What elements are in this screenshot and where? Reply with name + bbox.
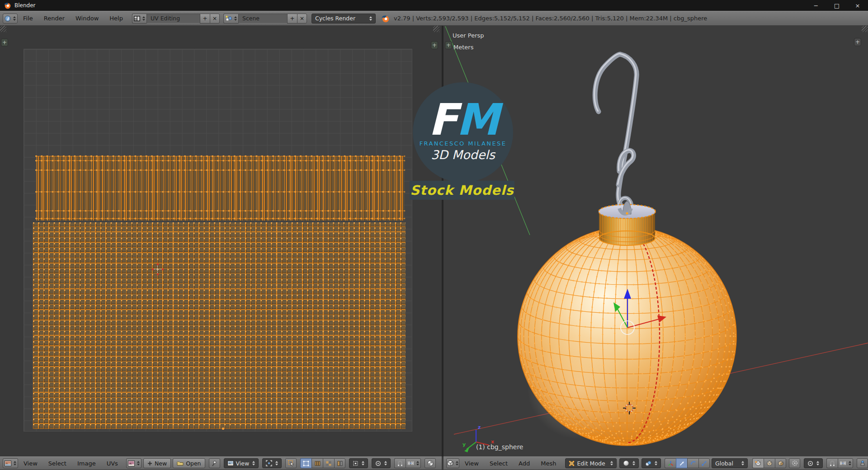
cursor-tip [157, 263, 159, 265]
scene-browse-button[interactable] [223, 14, 238, 24]
uv-select-mode-island-button[interactable] [334, 458, 345, 468]
region-expand-button[interactable]: + [431, 41, 438, 49]
viewport-3d[interactable]: zyx User Persp Meters (1) cbg_sphere + + [443, 26, 868, 456]
uv-selected-vertex[interactable] [222, 428, 224, 430]
screen-layout-browse-button[interactable] [132, 14, 146, 24]
minimize-button[interactable]: − [806, 0, 826, 11]
object-mode-select[interactable]: Edit Mode [565, 458, 617, 468]
pin-image-button[interactable] [209, 458, 220, 468]
chevron-updown-icon [384, 460, 387, 467]
delete-scene-button[interactable]: × [297, 14, 307, 24]
uv-pivot-select[interactable] [262, 458, 282, 468]
delete-layout-button[interactable]: × [210, 14, 220, 24]
screen-layout-name-field[interactable]: UV Editing [146, 14, 200, 24]
display-channels-select[interactable] [425, 458, 436, 468]
uv-menu-view[interactable]: View [18, 460, 43, 467]
editor-type-button-image[interactable] [3, 458, 18, 468]
scale-icon [701, 461, 707, 466]
mesh-select-mode-face-button[interactable] [775, 458, 786, 468]
cursor-select-icon [288, 460, 294, 466]
uv-edge-row [35, 160, 405, 162]
window-titlebar: Blender − □ × [0, 0, 868, 11]
transform-orientation-select[interactable]: Global [712, 458, 748, 468]
snap-element-select-3d[interactable] [838, 458, 853, 468]
add-layout-button[interactable]: + [200, 14, 210, 24]
chevron-updown-icon [456, 460, 458, 467]
mesh-select-mode-vertex-button[interactable] [752, 458, 764, 468]
corner-resize-grip[interactable] [862, 26, 868, 32]
viewport-shading-select[interactable] [619, 458, 639, 468]
v3d-menu-mesh[interactable]: Mesh [535, 460, 561, 467]
scale-manipulator-button[interactable] [698, 458, 710, 468]
menu-render[interactable]: Render [38, 15, 70, 22]
render-engine-select[interactable]: Cycles Render [311, 14, 376, 24]
uv-sync-selection-toggle[interactable] [285, 458, 297, 468]
open-image-button[interactable]: Open [173, 458, 205, 468]
uv-island-grid[interactable] [33, 222, 406, 429]
uv-edge-row [35, 155, 405, 157]
uv-select-mode-face-button[interactable] [323, 458, 334, 468]
pivot-point-select[interactable] [642, 458, 661, 468]
close-button[interactable]: × [847, 0, 868, 11]
uv-image-editor[interactable]: + + [0, 26, 442, 456]
uv-menu-image[interactable]: Image [72, 460, 101, 467]
add-scene-button[interactable]: + [287, 14, 297, 24]
maximize-button[interactable]: □ [826, 0, 847, 11]
opengl-render-button[interactable] [857, 458, 868, 468]
mesh-select-mode-edge-button[interactable] [764, 458, 775, 468]
rotate-manipulator-button[interactable] [687, 458, 698, 468]
region-expand-button[interactable]: + [445, 41, 452, 49]
proportional-edit-select-3d[interactable] [804, 458, 823, 468]
region-expand-button[interactable]: + [1, 38, 8, 47]
uv-menu-uvs[interactable]: UVs [101, 460, 123, 467]
v3d-menu-view[interactable]: View [459, 460, 484, 467]
limit-selection-visible-toggle[interactable] [789, 458, 800, 468]
v3d-menu-add[interactable]: Add [513, 460, 535, 467]
uv-edge-row [35, 169, 405, 171]
hook-wire[interactable] [595, 54, 637, 209]
uv-select-mode-vertex-button[interactable] [300, 458, 311, 468]
mini-axis-y [467, 442, 476, 449]
corner-resize-grip[interactable] [433, 26, 439, 32]
window-title: Blender [14, 2, 36, 9]
chevron-updown-icon [234, 15, 237, 22]
uv-menu-select[interactable]: Select [43, 460, 72, 467]
translate-manipulator-button[interactable] [676, 458, 687, 468]
snap-increment-icon [840, 461, 846, 466]
uv-2d-cursor[interactable] [152, 263, 164, 275]
view-name-overlay: User Persp [453, 32, 484, 39]
cursor-tip [152, 268, 154, 270]
sticky-selection-select[interactable] [349, 458, 368, 468]
edge-cube-icon [766, 460, 773, 466]
watermark-tagline: 3D Models [431, 148, 495, 162]
menu-file[interactable]: File [18, 15, 38, 22]
uv-island-strip[interactable] [36, 156, 404, 221]
chevron-updown-icon [741, 460, 744, 467]
cap-vertex-dot [626, 212, 628, 214]
snap-toggle-button[interactable] [394, 458, 406, 468]
snap-increment-icon [407, 461, 414, 466]
uv-select-mode-edge-button[interactable] [311, 458, 323, 468]
chevron-updown-icon [849, 460, 851, 467]
proportional-edit-select[interactable] [372, 458, 391, 468]
snap-toggle-button-3d[interactable] [826, 458, 838, 468]
corner-resize-grip[interactable] [0, 26, 6, 32]
viewport-scene: zyx [443, 26, 868, 456]
image-mode-select[interactable]: View [224, 458, 259, 468]
active-object-overlay: (1) cbg_sphere [476, 443, 523, 451]
editor-type-button-info[interactable]: i [3, 14, 18, 24]
editor-type-button-3dview[interactable] [446, 458, 459, 468]
manipulator-toggle-button[interactable] [665, 458, 676, 468]
new-image-button[interactable]: New [143, 458, 171, 468]
image-browse-button[interactable] [126, 458, 142, 468]
menu-help[interactable]: Help [104, 15, 128, 22]
shading-sphere-icon [623, 460, 629, 466]
region-expand-button[interactable]: + [854, 38, 861, 46]
v3d-menu-select[interactable]: Select [484, 460, 513, 467]
screen-layout-icon [134, 16, 140, 21]
axis-gizmo-icon [668, 461, 674, 466]
snap-element-select[interactable] [406, 458, 421, 468]
image-icon [128, 461, 135, 466]
scene-name-field[interactable]: Scene [238, 14, 287, 24]
menu-window[interactable]: Window [70, 15, 104, 22]
